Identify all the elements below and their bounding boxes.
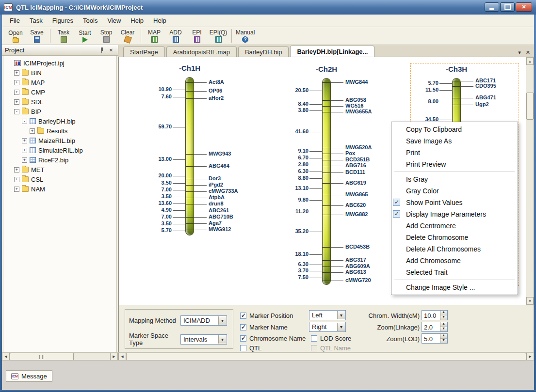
tree-item-icimproject-ipj[interactable]: ICIMProject.ipj xyxy=(3,58,116,68)
tree-item-csl[interactable]: +CSL xyxy=(3,174,116,184)
context-menu-item-delete-all-chromosomes[interactable]: Delete All Chromosomes xyxy=(391,243,518,255)
checkbox-icon[interactable] xyxy=(240,313,246,319)
tree-item-simulateril-bip[interactable]: +SimulateRIL.bip xyxy=(3,145,116,155)
chevron-down-icon[interactable] xyxy=(337,311,345,319)
toolbar-button-clear[interactable]: Clear xyxy=(117,29,138,43)
tree-item-map[interactable]: +MAP xyxy=(3,78,116,87)
chevron-down-icon[interactable] xyxy=(337,323,345,331)
tree-expander-icon[interactable]: + xyxy=(14,187,19,192)
spin-down-icon[interactable] xyxy=(440,315,447,320)
project-hscrollbar[interactable]: ◀ ▶ xyxy=(2,352,118,360)
marker-name-side-select[interactable]: Right xyxy=(309,322,346,332)
tab-barleydh-bip-linkage[interactable]: BarleyDH.bip[Linkage... xyxy=(290,46,374,57)
toolbar-button-save[interactable]: Save xyxy=(26,29,48,43)
toolbar-button-add[interactable]: ADD xyxy=(165,29,186,43)
tree-expander-icon[interactable]: + xyxy=(14,167,19,172)
menu-item-3-tools[interactable]: Tools xyxy=(78,15,102,26)
tab-barleydh-bip[interactable]: BarleyDH.bip xyxy=(238,47,289,57)
spin-down-icon[interactable] xyxy=(440,339,447,343)
checkbox-icon[interactable] xyxy=(240,345,246,351)
toolbar-button-task[interactable]: Task xyxy=(53,29,74,43)
chrom-width-value[interactable]: 10.0 xyxy=(422,311,440,320)
toolbar-button-stop[interactable]: Stop xyxy=(96,29,117,43)
minimize-button[interactable] xyxy=(485,2,499,12)
tree-expander-icon[interactable]: + xyxy=(30,128,35,134)
context-menu-item-copy-to-clipboard[interactable]: Copy To Clipboard xyxy=(391,124,518,135)
context-menu-item-delete-chromosome[interactable]: Delete Chromosome xyxy=(391,232,518,243)
tree-item-met[interactable]: +MET xyxy=(3,165,116,174)
chevron-down-icon[interactable] xyxy=(218,316,226,325)
menu-item-5-help[interactable]: Help xyxy=(126,15,148,26)
tab-arabidopsisril-map[interactable]: ArabidopsisRIL.map xyxy=(166,47,237,57)
menu-item-4-view[interactable]: View xyxy=(102,15,126,26)
tree-item-sdl[interactable]: +SDL xyxy=(3,97,116,107)
context-menu-item-is-gray[interactable]: Is Gray xyxy=(391,173,518,185)
toolbar-button-start[interactable]: Start xyxy=(74,29,96,43)
close-button[interactable] xyxy=(516,2,532,12)
project-panel-close-icon[interactable] xyxy=(107,47,115,54)
tree-expander-icon[interactable]: + xyxy=(14,70,19,76)
checkbox-icon[interactable] xyxy=(240,324,246,330)
menu-item-6-help[interactable]: Help xyxy=(148,15,171,26)
context-menu-item-print-preview[interactable]: Print Preview xyxy=(391,158,518,170)
qtl-checkbox[interactable]: QTL xyxy=(240,345,261,352)
marker-space-type-select[interactable]: Intervals xyxy=(180,334,227,345)
context-menu-item-add-chromosome[interactable]: Add Chromosome xyxy=(391,255,518,267)
toolbar-button-epi-q[interactable]: EPI(Q) xyxy=(208,29,229,43)
scroll-left-icon[interactable]: ◀ xyxy=(2,353,10,361)
toolbar-button-map[interactable]: MAP xyxy=(144,29,165,43)
checkbox-icon[interactable] xyxy=(311,335,317,342)
context-menu-item-display-image-parameters[interactable]: Display Image Parameters xyxy=(391,208,518,220)
map-vscrollbar[interactable]: ▲ ▼ xyxy=(526,57,534,305)
chevron-down-icon[interactable] xyxy=(218,335,226,344)
tree-expander-icon[interactable]: - xyxy=(22,119,27,124)
tree-expander-icon[interactable]: + xyxy=(22,148,27,153)
zoom-linkage-value[interactable]: 2.0 xyxy=(422,322,440,331)
tree-item-nam[interactable]: +NAM xyxy=(3,184,116,194)
tab-startpage[interactable]: StartPage xyxy=(123,47,165,57)
tree-expander-icon[interactable]: + xyxy=(14,90,19,95)
marker-position-side-select[interactable]: Left xyxy=(309,310,346,320)
toolbar-button-manual[interactable]: Manual xyxy=(234,29,256,43)
tree-item-results[interactable]: +Results xyxy=(3,126,116,136)
tree-expander-icon[interactable]: + xyxy=(22,157,27,163)
tree-expander-icon[interactable]: + xyxy=(14,99,19,105)
tree-expander-icon[interactable]: + xyxy=(14,177,19,182)
context-menu-item-gray-color[interactable]: Gray Color xyxy=(391,185,518,197)
scroll-up-icon[interactable]: ▲ xyxy=(526,57,534,65)
context-menu-item-save-image-as[interactable]: Save Image As xyxy=(391,135,518,147)
tree-expander-icon[interactable]: + xyxy=(14,80,19,85)
menu-item-1-task[interactable]: Task xyxy=(25,15,48,26)
zoom-linkage-spinner[interactable]: 2.0 xyxy=(422,322,448,332)
tree-item-cmp[interactable]: +CMP xyxy=(3,87,116,97)
tree-item-bin[interactable]: +BIN xyxy=(3,68,116,78)
chromosome-bar-ch1h[interactable] xyxy=(185,77,194,235)
message-tab[interactable]: ICM Message xyxy=(6,370,52,382)
map-vscrollbar-thumb[interactable] xyxy=(526,93,534,120)
context-menu-item-change-image-style[interactable]: Change Image Style ... xyxy=(391,282,518,293)
spin-down-icon[interactable] xyxy=(440,327,447,331)
chrom-width-spinner[interactable]: 10.0 xyxy=(422,310,448,320)
toolbar-button-epi[interactable]: EPI xyxy=(186,29,208,43)
main-hscrollbar[interactable]: ◀ ▶ xyxy=(118,352,534,360)
menu-item-2-figures[interactable]: Figures xyxy=(48,15,78,26)
scroll-right-icon[interactable]: ▶ xyxy=(110,353,118,361)
context-menu-item-add-centromere[interactable]: Add Centromere xyxy=(391,220,518,232)
toolbar-button-open[interactable]: Open xyxy=(5,29,26,43)
main-hscrollbar-thumb[interactable] xyxy=(126,353,526,361)
tree-item-ricef2-bip[interactable]: +RiceF2.bip xyxy=(3,155,116,165)
tree-expander-icon[interactable]: + xyxy=(22,138,27,143)
tree-item-barleydh-bip[interactable]: -BarleyDH.bip xyxy=(3,116,116,126)
context-menu-item-print[interactable]: Print xyxy=(391,147,518,158)
mapping-method-select[interactable]: ICIMADD xyxy=(180,315,227,326)
checkbox-icon[interactable] xyxy=(240,335,246,342)
tab-list-chevron-icon[interactable] xyxy=(518,47,521,56)
context-menu-item-show-point-values[interactable]: Show Point Values xyxy=(391,197,518,208)
pin-icon[interactable] xyxy=(98,47,105,54)
chromosome-name-checkbox[interactable]: Chromosome Name xyxy=(240,335,306,342)
zoom-lod-spinner[interactable]: 5.0 xyxy=(422,333,448,344)
tree-item-bip[interactable]: -BIP xyxy=(3,107,116,116)
tree-expander-icon[interactable]: - xyxy=(14,109,19,114)
marker-name-checkbox[interactable]: Marker Name xyxy=(240,324,288,331)
tree-item-maizeril-bip[interactable]: +MaizeRIL.bip xyxy=(3,136,116,145)
